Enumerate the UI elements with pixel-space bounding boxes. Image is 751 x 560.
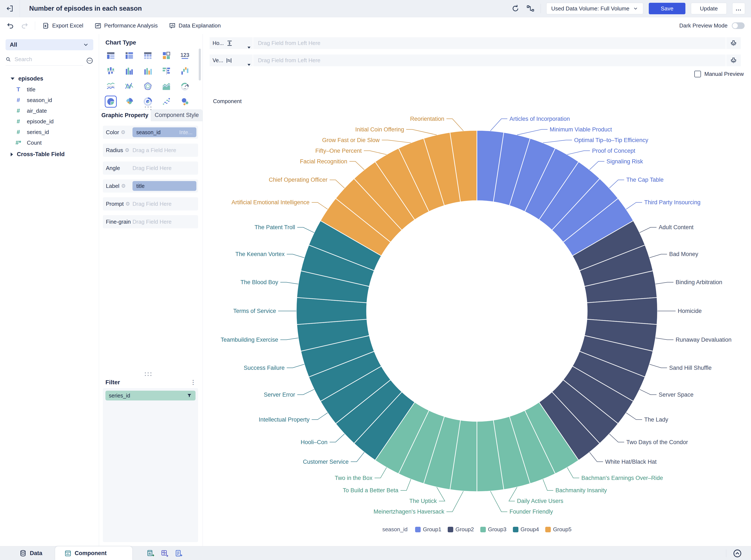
filter-title: Filter xyxy=(105,379,120,386)
performance-analysis-button[interactable]: Performance Analysis xyxy=(94,22,158,29)
chart-type-rose-chart[interactable] xyxy=(124,97,134,106)
chart-type-pie-chart-selected[interactable] xyxy=(106,97,116,106)
property-row-radius[interactable]: Radius⚙Drag a Field Here xyxy=(103,144,198,157)
field-item-series_id[interactable]: #series_id xyxy=(0,127,99,137)
number-field-icon: # xyxy=(15,129,22,136)
dark-preview-toggle[interactable] xyxy=(732,22,745,29)
filter-dropzone[interactable]: series_id xyxy=(103,388,198,542)
more-button[interactable]: ... xyxy=(732,3,745,14)
data-explanation-button[interactable]: Data Explanation xyxy=(169,22,221,29)
tree-node-cross-table-field[interactable]: Cross-Table Field xyxy=(0,148,99,160)
gear-icon[interactable]: ⚙ xyxy=(125,201,130,207)
chart-type-waterfall[interactable] xyxy=(180,66,190,76)
legend-item-group3[interactable]: Group3 xyxy=(480,526,507,533)
add-report-icon[interactable] xyxy=(175,549,183,558)
legend-item-group2[interactable]: Group2 xyxy=(448,526,474,533)
chart-type-column-chart[interactable] xyxy=(143,66,153,76)
property-row-fine-grained[interactable]: Fine-grainedDrag Field Here xyxy=(103,215,198,228)
field-pill-title[interactable]: title xyxy=(133,181,196,191)
chart-type-detail-table[interactable] xyxy=(124,51,134,60)
property-row-prompt[interactable]: Prompt⚙Drag Field Here xyxy=(103,197,198,211)
add-component-icon[interactable] xyxy=(146,549,155,558)
undo-button[interactable] xyxy=(6,22,15,30)
tab-data[interactable]: Data xyxy=(0,549,55,557)
legend-item-group1[interactable]: Group1 xyxy=(415,526,441,533)
text-field-icon: T xyxy=(15,86,22,93)
legend-title: season_id xyxy=(382,526,408,533)
chart-type-grouped-table[interactable] xyxy=(106,51,116,60)
label-leader-line xyxy=(287,364,304,368)
chart-type-gauge-chart[interactable] xyxy=(180,81,190,91)
search-input[interactable] xyxy=(14,56,83,63)
filter-menu-icon[interactable]: ⋮ xyxy=(190,379,196,386)
field-item-season_id[interactable]: #season_id xyxy=(0,95,99,105)
label-leader-line xyxy=(640,389,656,395)
property-row-color[interactable]: Color⚙season_idInte... xyxy=(103,126,198,139)
back-button[interactable] xyxy=(0,0,20,17)
filter-pill-series-id[interactable]: series_id xyxy=(105,391,196,400)
label-leader-line xyxy=(351,452,364,462)
donut-slice-label: Reorientation xyxy=(410,116,444,122)
dark-preview-label: Dark Preview Mode xyxy=(679,22,728,29)
property-row-angle[interactable]: AngleDrag Field Here xyxy=(103,161,198,175)
chart-type-line-chart[interactable] xyxy=(106,81,116,91)
flow-icon xyxy=(526,4,535,13)
save-button[interactable]: Save xyxy=(649,3,685,14)
donut-slice-label: White Hat/Black Hat xyxy=(605,459,657,465)
chart-type-scatter-chart[interactable] xyxy=(161,97,171,106)
field-item-count[interactable]: #*Count xyxy=(0,137,99,148)
field-pill-season_id[interactable]: season_idInte... xyxy=(133,127,196,137)
field-sidebar: All episodes Ttitle#season_id#air_date#e… xyxy=(0,34,99,546)
label-leader-line xyxy=(655,338,673,340)
label-leader-line xyxy=(649,364,667,368)
label-leader-line xyxy=(297,227,314,233)
field-item-title[interactable]: Ttitle xyxy=(0,84,99,95)
table-scope-dropdown[interactable]: All xyxy=(5,39,93,50)
donut-slice-label: Artificial Emotional Intelligence xyxy=(231,199,309,205)
property-row-label[interactable]: Label⚙title xyxy=(103,179,198,193)
top-bar: Number of episodes in each season Used D… xyxy=(0,0,751,17)
field-item-episode_id[interactable]: #episode_id xyxy=(0,116,99,127)
drop-placeholder: Drag a Field Here xyxy=(133,147,176,154)
label-leader-line xyxy=(590,161,605,170)
export-excel-button[interactable]: Export Excel xyxy=(42,22,83,29)
chart-type-horizontal-bar[interactable] xyxy=(161,66,171,76)
donut-slice-label: The Lady xyxy=(644,416,668,423)
chart-type-axis-bar[interactable] xyxy=(106,66,116,76)
chart-type-kpi-card[interactable] xyxy=(161,51,171,60)
divider xyxy=(541,4,541,13)
redo-button[interactable] xyxy=(20,22,28,30)
label-leader-line xyxy=(311,413,328,420)
chart-type-cross-table[interactable] xyxy=(143,51,153,60)
scrollbar-thumb[interactable] xyxy=(199,48,201,81)
field-item-air_date[interactable]: #air_date xyxy=(0,105,99,116)
gear-icon[interactable]: ⚙ xyxy=(121,129,125,135)
chart-type-donut-chart[interactable] xyxy=(143,97,153,106)
filter-pill-label: series_id xyxy=(109,393,130,399)
chart-type-multi-line-chart[interactable] xyxy=(124,81,134,91)
data-volume-dropdown[interactable]: Used Data Volume: Full Volume xyxy=(546,3,643,14)
tab-component-style[interactable]: Component Style xyxy=(151,109,203,121)
chart-type-radar-chart[interactable] xyxy=(143,81,153,91)
panel-drag-handle[interactable] xyxy=(145,372,151,376)
chart-type-bubble-chart[interactable] xyxy=(180,97,190,106)
chart-type-clustered-bar[interactable] xyxy=(124,66,134,76)
donut-slice-label: Meinertzhagen's Haversack xyxy=(373,508,445,515)
update-button[interactable]: Update xyxy=(691,3,727,14)
add-dashboard-icon[interactable] xyxy=(160,549,169,558)
legend-item-group4[interactable]: Group4 xyxy=(513,526,539,533)
chart-type-area-chart[interactable] xyxy=(161,81,171,91)
legend-item-group5[interactable]: Group5 xyxy=(545,526,571,533)
gear-icon[interactable]: ⚙ xyxy=(125,147,129,153)
lineage-button[interactable] xyxy=(526,4,535,13)
refresh-button[interactable] xyxy=(511,4,520,13)
collapse-icon[interactable] xyxy=(733,549,742,558)
tab-graphic-property[interactable]: Graphic Property xyxy=(99,109,151,121)
explanation-icon xyxy=(169,22,176,29)
field-options-icon[interactable] xyxy=(86,57,93,64)
tree-node-episodes[interactable]: episodes xyxy=(0,73,99,84)
label-leader-line xyxy=(655,282,673,284)
gear-icon[interactable]: ⚙ xyxy=(121,183,126,189)
tab-component[interactable]: Component xyxy=(55,546,132,560)
chart-type-kpi-number[interactable]: 123 xyxy=(180,51,190,60)
